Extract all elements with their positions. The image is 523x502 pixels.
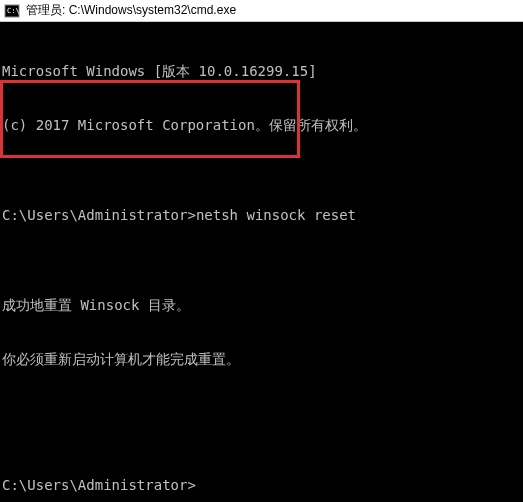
terminal-area[interactable]: Microsoft Windows [版本 10.0.16299.15] (c)… <box>0 22 523 502</box>
prompt-line: C:\Users\Administrator>netsh winsock res… <box>2 206 521 224</box>
window-title: 管理员: C:\Windows\system32\cmd.exe <box>26 2 236 19</box>
cmd-icon: C:\ <box>4 3 20 19</box>
output-line: Microsoft Windows [版本 10.0.16299.15] <box>2 62 521 80</box>
command-input: netsh winsock reset <box>196 207 356 223</box>
output-line: (c) 2017 Microsoft Corporation。保留所有权利。 <box>2 116 521 134</box>
titlebar[interactable]: C:\ 管理员: C:\Windows\system32\cmd.exe <box>0 0 523 22</box>
prompt-path: C:\Users\Administrator> <box>2 477 196 493</box>
prompt-line: C:\Users\Administrator> <box>2 476 521 494</box>
svg-text:C:\: C:\ <box>7 7 20 15</box>
cursor <box>196 476 204 490</box>
output-line: 成功地重置 Winsock 目录。 <box>2 296 521 314</box>
cmd-window: C:\ 管理员: C:\Windows\system32\cmd.exe Mic… <box>0 0 523 502</box>
prompt-path: C:\Users\Administrator> <box>2 207 196 223</box>
output-line: 你必须重新启动计算机才能完成重置。 <box>2 350 521 368</box>
